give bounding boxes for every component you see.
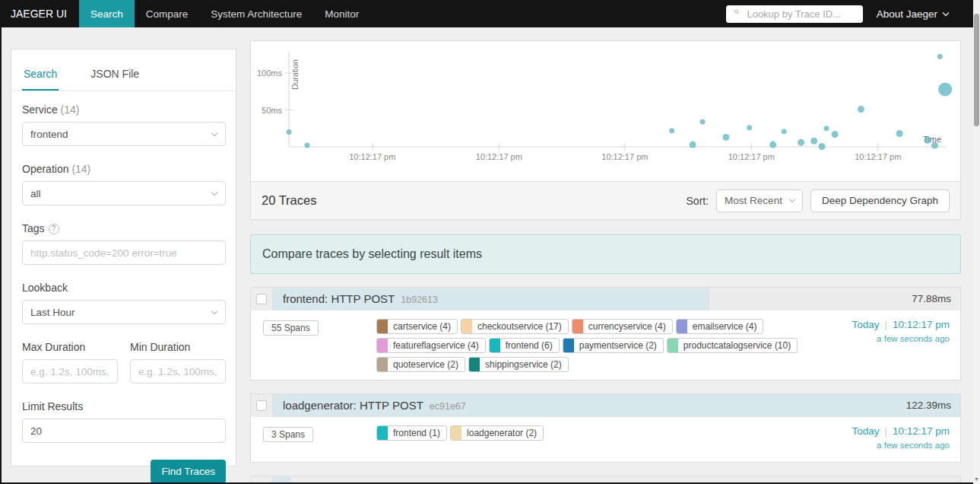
deep-dependency-graph-button[interactable]: Deep Dependency Graph [810, 189, 950, 212]
min-duration-input[interactable] [130, 359, 226, 384]
service-tag-label: shippingservice (2) [480, 358, 568, 371]
about-jaeger-menu[interactable]: About Jaeger [877, 8, 950, 20]
y-axis-title: Duration [290, 59, 300, 90]
trace-point[interactable] [287, 129, 292, 135]
trace-point[interactable] [931, 142, 938, 149]
service-color-swatch [451, 426, 461, 440]
y-tick-label: 50ms [262, 106, 282, 115]
trace-point[interactable] [305, 143, 310, 148]
tab-search[interactable]: Search [22, 57, 59, 91]
max-duration-input[interactable] [22, 359, 118, 384]
service-tag-label: frontend (1) [388, 426, 446, 440]
separator: | [884, 425, 887, 437]
service-tag-label: cartservice (4) [388, 320, 457, 333]
trace-date-time[interactable]: Today|10:12:17 pm [852, 425, 950, 437]
trace-point[interactable] [769, 142, 776, 148]
trace-point[interactable] [832, 131, 839, 138]
trace-point[interactable] [823, 126, 829, 131]
service-tag: shippingservice (2) [468, 357, 569, 372]
trace-title: frontend: HTTP POST1b92613 [283, 288, 438, 311]
tags-input[interactable] [22, 240, 226, 265]
trace-link-header[interactable]: loadgenerator: HTTP POSTec91e67122.39ms [251, 394, 960, 417]
trace-point[interactable] [810, 138, 817, 145]
service-color-swatch [572, 320, 583, 333]
service-color-swatch [377, 358, 388, 371]
chevron-down-icon [211, 191, 218, 196]
trace-point[interactable] [690, 142, 696, 148]
trace-count: 20 Traces [262, 193, 316, 208]
trace-select-checkbox[interactable] [256, 400, 267, 411]
trace-link-header[interactable]: frontend: HTTP POST1b9261377.88ms [251, 288, 960, 310]
service-tag-label: quoteservice (2) [388, 358, 465, 371]
nav-tab-monitor[interactable]: Monitor [313, 0, 370, 27]
service-tag-label: currencyservice (4) [583, 320, 672, 333]
window-border-left [0, 27, 2, 484]
service-color-swatch [668, 339, 678, 352]
service-color-swatch [377, 339, 388, 352]
lookback-select[interactable]: Last Hour [22, 300, 226, 324]
service-color-swatch [490, 339, 500, 352]
search-panel: Search JSON File Service (14) frontend O… [11, 49, 236, 466]
trace-point[interactable] [747, 125, 752, 130]
trace-id: ec91e67 [430, 401, 466, 412]
service-tag: loadgenerator (2) [450, 425, 544, 441]
trace-result-card: frontend: HTTP POST1b9261377.88ms55 Span… [250, 287, 961, 381]
x-tick-label: 10:12:17 pm [349, 152, 395, 161]
limit-results-input[interactable] [22, 419, 226, 443]
trace-title: loadgenerator: HTTP POSTec91e67 [283, 394, 466, 418]
min-duration-label: Min Duration [130, 341, 226, 353]
trace-timestamp: Today|10:12:17 pma few seconds ago [852, 319, 950, 343]
lookback-label: Lookback [22, 282, 226, 294]
service-tag-label: checkoutservice (17) [472, 320, 568, 333]
trace-card-body: 3 Spansfrontend (1)loadgenerator (2)Toda… [251, 417, 960, 462]
trace-point[interactable] [699, 119, 705, 125]
trace-duration: 77.88ms [912, 288, 951, 310]
trace-point[interactable] [937, 54, 943, 59]
trace-point[interactable] [782, 129, 787, 134]
trace-relative-time: a few seconds ago [852, 334, 950, 343]
trace-relative-time: a few seconds ago [852, 441, 950, 450]
trace-date: Today [852, 319, 879, 330]
service-color-swatch [377, 426, 388, 440]
sort-select[interactable]: Most Recent [716, 189, 803, 212]
trace-timestamp: Today|10:12:17 pma few seconds ago [852, 425, 950, 450]
trace-point[interactable] [858, 106, 864, 113]
nav-tab-compare[interactable]: Compare [135, 0, 200, 27]
chevron-down-icon [211, 132, 218, 137]
trace-select-checkbox[interactable] [256, 294, 267, 304]
app-brand: JAEGER UI [0, 0, 79, 27]
service-tag: productcatalogservice (10) [667, 338, 798, 353]
y-tick-label: 100ms [257, 68, 283, 78]
find-traces-button[interactable]: Find Traces [151, 460, 226, 483]
trace-time: 10:12:17 pm [893, 425, 950, 437]
trace-point[interactable] [669, 128, 674, 133]
chevron-down-icon [788, 198, 796, 203]
scrollbar-down-arrow[interactable]: ▼ [973, 476, 980, 482]
service-select[interactable]: frontend [22, 122, 226, 146]
trace-id-lookup-input[interactable] [745, 8, 855, 21]
results-header: 20 Traces Sort: Most Recent Deep Depende… [251, 181, 960, 219]
trace-operation-name: frontend: HTTP POST [283, 292, 395, 305]
trace-point[interactable] [924, 137, 931, 144]
help-icon[interactable]: ? [49, 224, 59, 234]
tab-json-file[interactable]: JSON File [89, 57, 141, 91]
nav-tab-search[interactable]: Search [79, 0, 135, 27]
service-color-swatch [469, 358, 480, 371]
duration-scatter-card: 50ms100ms10:12:17 pm10:12:17 pm10:12:17 … [250, 40, 961, 220]
chevron-down-icon [211, 310, 218, 315]
trace-point[interactable] [798, 139, 804, 146]
service-tag: quoteservice (2) [376, 357, 465, 372]
page-scrollbar[interactable]: ▼ [973, 0, 980, 484]
trace-point[interactable] [722, 134, 729, 141]
trace-point[interactable] [938, 82, 952, 96]
trace-operation-name: loadgenerator: HTTP POST [283, 399, 423, 412]
x-tick-label: 10:12:17 pm [855, 152, 901, 161]
sort-label: Sort: [687, 195, 709, 207]
operation-select[interactable]: all [22, 181, 226, 205]
trace-point[interactable] [896, 130, 903, 137]
trace-date-time[interactable]: Today|10:12:17 pm [852, 319, 950, 330]
service-tag: featureflagservice (4) [376, 338, 486, 353]
trace-point[interactable] [818, 143, 825, 150]
scrollbar-thumb[interactable] [974, 14, 979, 126]
nav-tab-system-architecture[interactable]: System Architecture [199, 0, 313, 27]
